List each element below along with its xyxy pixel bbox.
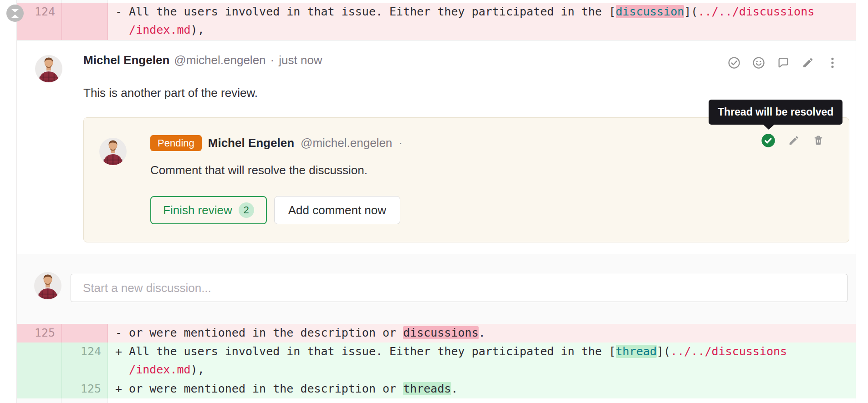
thread-resolved-tooltip: Thread will be resolved — [709, 100, 842, 125]
avatar[interactable] — [35, 55, 62, 82]
new-line-number[interactable] — [62, 3, 108, 40]
diff-code: - or were mentioned in the description o… — [108, 324, 856, 343]
changed-word: discussions — [403, 326, 479, 339]
diff-code: - All the users involved in that issue. … — [108, 3, 856, 40]
code-text — [115, 23, 129, 36]
code-text: + or were mentioned in the description o… — [115, 382, 403, 395]
code-text: ]( — [657, 345, 670, 358]
comment-body: This is another part of the review. — [83, 86, 258, 100]
add-comment-now-button[interactable]: Add comment now — [274, 196, 400, 224]
collapse-lines-button[interactable] — [6, 5, 24, 22]
code-url: ../../discussions — [698, 5, 814, 18]
code-text: ), — [191, 23, 204, 36]
comment-handle: @michel.engelen — [174, 53, 266, 67]
diff-code — [108, 398, 856, 403]
edit-icon[interactable] — [787, 134, 800, 147]
diff-row-removed-124: 124 - All the users involved in that iss… — [17, 3, 856, 40]
separator-dot: · — [271, 53, 275, 67]
new-line-number[interactable]: 124 — [62, 343, 108, 380]
collapse-triangle-up-icon — [11, 15, 19, 18]
tooltip-text: Thread will be resolved — [718, 106, 833, 118]
code-text: . — [451, 382, 458, 395]
edit-icon[interactable] — [801, 56, 815, 70]
diff-frame: 124 - All the users involved in that iss… — [16, 0, 856, 403]
emoji-icon[interactable] — [752, 56, 766, 70]
pending-comment-header: Pending Michel Engelen @michel.engelen · — [150, 135, 403, 151]
new-discussion-row — [17, 254, 856, 324]
code-text: . — [479, 326, 485, 339]
avatar[interactable] — [34, 272, 61, 299]
code-text: - or were mentioned in the description o… — [115, 326, 403, 339]
discussion-thread: Michel Engelen @michel.engelen · just no… — [17, 40, 856, 254]
code-url: ../../discussions — [670, 345, 787, 358]
old-line-number[interactable] — [17, 343, 62, 380]
more-options-icon[interactable] — [826, 56, 839, 70]
code-text: ), — [191, 363, 204, 376]
finish-review-button[interactable]: Finish review 2 — [150, 196, 267, 224]
diff-code: + All the users involved in that issue. … — [108, 343, 856, 380]
finish-review-count-badge: 2 — [239, 202, 254, 218]
changed-word: discussion — [616, 5, 684, 18]
changed-word: threads — [403, 382, 451, 395]
avatar-image — [34, 272, 61, 299]
comment-actions — [727, 56, 839, 70]
diff-row-removed-125: 125 - or were mentioned in the descripti… — [17, 324, 856, 343]
code-text: + All the users involved in that issue. … — [115, 345, 616, 358]
comment-header: Michel Engelen @michel.engelen · just no… — [83, 53, 322, 67]
add-comment-label: Add comment now — [288, 203, 386, 217]
code-url: /index.md — [129, 23, 190, 36]
changed-word: thread — [616, 345, 657, 358]
comment-timestamp: just now — [279, 53, 322, 67]
finish-review-label: Finish review — [163, 203, 232, 217]
avatar[interactable] — [99, 138, 127, 165]
diff-row-added-125: 125 + or were mentioned in the descripti… — [17, 380, 856, 398]
old-line-number[interactable]: 124 — [17, 3, 62, 40]
code-text — [115, 363, 129, 376]
old-line-number[interactable]: 126 — [17, 398, 62, 403]
new-line-number[interactable] — [62, 324, 108, 343]
diff-code: + or were mentioned in the description o… — [108, 380, 856, 398]
resolved-check-icon[interactable] — [761, 133, 776, 148]
merge-request-diff-page: 124 - All the users involved in that iss… — [0, 0, 868, 403]
code-url: /index.md — [129, 363, 190, 376]
comment-author[interactable]: Michel Engelen — [208, 136, 294, 150]
collapse-triangle-down-icon — [11, 9, 19, 12]
pending-badge: Pending — [150, 135, 202, 151]
pending-comment-body: Comment that will resolve the discussion… — [150, 163, 368, 177]
avatar-image — [35, 55, 62, 82]
new-discussion-input[interactable] — [71, 274, 848, 302]
code-text: ]( — [684, 5, 698, 18]
diff-row-added-124: 124 + All the users involved in that iss… — [17, 343, 856, 380]
comment-icon[interactable] — [776, 56, 790, 70]
new-line-number[interactable]: 126 — [62, 398, 108, 403]
separator-dot: · — [398, 136, 403, 150]
delete-icon[interactable] — [812, 134, 825, 147]
pending-comment-buttons: Finish review 2 Add comment now — [150, 196, 400, 224]
comment-author[interactable]: Michel Engelen — [83, 53, 169, 67]
avatar-image — [99, 138, 127, 165]
code-text: - All the users involved in that issue. … — [115, 5, 616, 18]
old-line-number[interactable] — [17, 380, 62, 398]
resolve-thread-icon[interactable] — [727, 56, 741, 70]
diff-row-context-126: 126 126 — [17, 398, 856, 403]
old-line-number[interactable]: 125 — [17, 324, 62, 343]
pending-comment-actions — [761, 133, 825, 148]
new-line-number[interactable]: 125 — [62, 380, 108, 398]
pending-comment-box: Pending Michel Engelen @michel.engelen · — [83, 117, 849, 242]
comment-handle: @michel.engelen — [301, 136, 392, 150]
